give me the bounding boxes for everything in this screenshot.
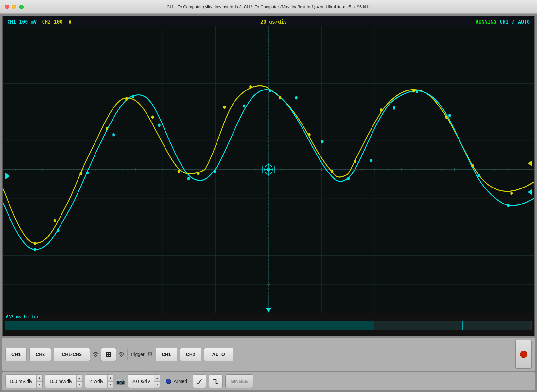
close-button[interactable] [5,5,9,9]
trigger-arrow-left[interactable] [5,173,10,179]
svg-point-112 [86,171,89,174]
svg-point-113 [112,133,115,136]
buffer-bar[interactable] [5,321,532,330]
svg-point-111 [57,229,60,232]
svg-point-107 [471,164,474,167]
window-title: CH1: To Computer (Mic/Line/Inst In 1) 3,… [167,4,370,9]
svg-point-96 [178,170,180,173]
scope-header: CH1 100 mV CH2 100 mV 20 us/div RUNNING … [3,19,534,25]
time-div-down[interactable]: ▼ [154,382,160,388]
falling-slope-icon [213,378,219,384]
svg-point-121 [321,140,324,143]
buffer-area: 683 ms buffer [3,313,534,336]
svg-point-92 [79,172,82,175]
ch2-label: CH2 100 mV [42,19,71,25]
traffic-lights [5,5,24,9]
svg-point-114 [132,95,134,98]
svg-point-118 [243,105,245,108]
falling-slope-button[interactable] [209,374,223,388]
svg-point-103 [354,160,356,163]
buffer-cursor [462,321,463,330]
ch12-vdiv-spinbox[interactable]: 2 V/div ▲ ▼ [85,374,113,388]
ch12-vdiv-down[interactable]: ▼ [108,382,113,388]
trigger-slash: / [512,19,515,25]
ch2-button[interactable]: CH2 [29,348,51,361]
time-div-arrows[interactable]: ▲ ▼ [154,375,160,388]
trigger-arrow-right-ch1[interactable] [528,189,532,195]
svg-point-106 [445,115,448,119]
ch1-button[interactable]: CH1 [5,348,27,361]
trigger-ch2-button[interactable]: CH2 [180,348,201,361]
svg-point-99 [249,85,252,89]
controls-row1: CH1 CH2 CH1-CH2 ⚙ ⊞ ⚙ Trigger ⚙ CH1 CH2 … [2,338,535,371]
ch2-vdiv-down[interactable]: ▼ [77,382,82,388]
armed-dot-icon [166,379,171,384]
ch2-vdiv-up[interactable]: ▲ [77,375,82,382]
svg-point-105 [412,89,415,92]
controls-row2: 100 mV/div ▲ ▼ 100 mV/div ▲ ▼ 2 V/div ▲ … [2,372,535,390]
trigger-ch-label: CH1 [500,19,509,25]
running-status: RUNNING [476,19,496,25]
main-window: CH1 100 mV CH2 100 mV 20 us/div RUNNING … [0,14,537,392]
ch1-vdiv-arrows[interactable]: ▲ ▼ [36,375,42,388]
scope-header-left: CH1 100 mV CH2 100 mV [7,19,72,25]
trigger-arrow-right-ch2[interactable] [528,161,532,166]
svg-point-120 [295,96,298,99]
svg-point-102 [331,170,334,173]
scope-display[interactable]: CH1 100 mV CH2 100 mV 20 us/div RUNNING … [2,16,535,336]
svg-point-127 [477,174,480,177]
svg-point-124 [393,106,395,110]
ch12-vdiv-up[interactable]: ▲ [108,375,113,382]
svg-point-94 [125,97,128,101]
ch1ch2-button[interactable]: CH1-CH2 [54,348,90,361]
ch2-vdiv-arrows[interactable]: ▲ ▼ [76,375,82,388]
ch12-vdiv-arrows[interactable]: ▲ ▼ [107,375,113,388]
buffer-label: 683 ms buffer [3,313,534,320]
record-button[interactable] [515,340,532,369]
svg-point-125 [416,90,418,93]
ch1-vdiv-spinbox[interactable]: 100 mV/div ▲ ▼ [5,374,43,388]
svg-point-122 [347,177,350,180]
ch1-label: CH1 100 mV [7,19,37,25]
ch-settings-gear-icon[interactable]: ⚙ [93,351,98,358]
scope-status: RUNNING CH1 / AUTO [476,19,530,25]
svg-point-123 [370,159,372,162]
scope-svg [3,26,534,313]
time-div-up[interactable]: ▲ [154,375,160,382]
single-button[interactable]: SINGLE [225,374,253,388]
svg-point-90 [34,242,37,245]
svg-point-97 [197,172,200,175]
separator3 [190,375,190,387]
svg-point-93 [106,127,108,130]
auto-button[interactable]: AUTO [204,348,233,361]
svg-point-98 [223,106,226,109]
rising-slope-icon [196,378,203,384]
time-div-spinbox[interactable]: 20 us/div ▲ ▼ [128,374,160,388]
time-div-label: 20 us/div [260,19,287,25]
record-dot-icon [520,351,527,358]
ch2-vdiv-label: 100 mV/div [45,379,76,384]
svg-point-126 [448,114,451,117]
separator2 [163,375,163,387]
camera-icon[interactable]: 📷 [116,377,125,385]
svg-point-108 [510,192,513,195]
trigger-arrow-bottom[interactable] [266,308,271,312]
svg-point-117 [213,170,216,173]
trigger-text-label: Trigger [130,352,145,357]
ch1-vdiv-label: 100 mV/div [6,379,36,384]
grid-button[interactable]: ⊞ [101,348,116,361]
svg-point-95 [151,115,154,119]
trigger-gear-icon[interactable]: ⚙ [147,351,153,358]
scope-settings-gear-icon[interactable]: ⚙ [119,351,125,358]
svg-point-104 [380,108,382,112]
minimize-button[interactable] [12,5,16,9]
rising-slope-button[interactable] [193,374,206,388]
ch1-vdiv-up[interactable]: ▲ [37,375,42,382]
time-div-spinbox-label: 20 us/div [128,379,154,384]
maximize-button[interactable] [19,5,24,9]
ch2-vdiv-spinbox[interactable]: 100 mV/div ▲ ▼ [45,374,82,388]
svg-point-100 [279,96,281,99]
trigger-ch1-button[interactable]: CH1 [156,348,177,361]
ch1-vdiv-down[interactable]: ▼ [37,382,42,388]
armed-text-label: Armed [174,379,187,384]
